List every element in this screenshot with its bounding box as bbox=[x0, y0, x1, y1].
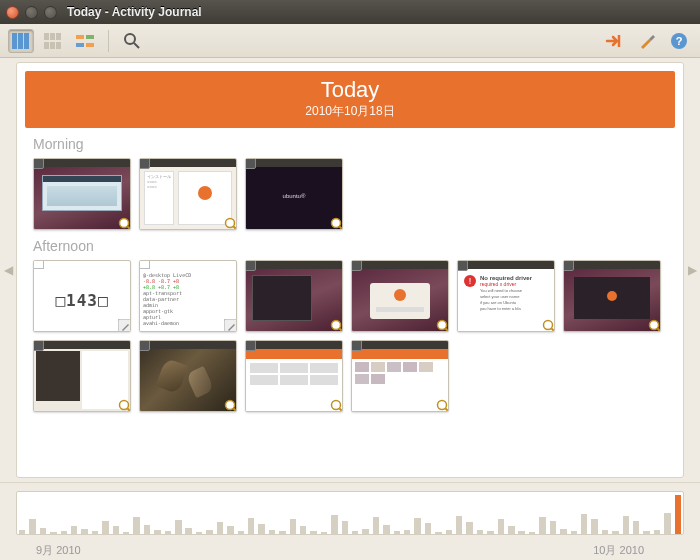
timeline-bar[interactable] bbox=[508, 526, 514, 534]
timeline-bar[interactable] bbox=[258, 524, 264, 535]
svg-line-33 bbox=[658, 329, 662, 333]
timeline-bar[interactable] bbox=[175, 520, 181, 534]
timeline-bar[interactable] bbox=[352, 531, 358, 534]
timeline-bar[interactable] bbox=[571, 531, 577, 534]
activity-thumbnail[interactable] bbox=[563, 260, 661, 332]
timeline-bar[interactable] bbox=[206, 530, 212, 534]
timeline-bar[interactable] bbox=[394, 531, 400, 534]
timeline-bar[interactable] bbox=[643, 531, 649, 534]
timeline-bar[interactable] bbox=[300, 526, 306, 534]
timeline-bar[interactable] bbox=[602, 530, 608, 534]
activity-thumbnail[interactable] bbox=[33, 158, 131, 230]
svg-line-35 bbox=[128, 409, 132, 413]
timeline-bar[interactable] bbox=[133, 517, 139, 534]
timeline-bar[interactable] bbox=[102, 521, 108, 534]
timeline-bar[interactable] bbox=[71, 526, 77, 534]
timeline-label-right: 10月 2010 bbox=[593, 543, 644, 558]
timeline-bar[interactable] bbox=[290, 519, 296, 534]
window-close-button[interactable] bbox=[6, 6, 19, 19]
timeline-bar[interactable] bbox=[675, 495, 681, 534]
window-minimize-button[interactable] bbox=[25, 6, 38, 19]
timeline-bar[interactable] bbox=[154, 530, 160, 534]
timeline-bar[interactable] bbox=[591, 519, 597, 534]
timeline-bar[interactable] bbox=[362, 529, 368, 534]
timeline-bar[interactable] bbox=[633, 521, 639, 534]
timeline-bar[interactable] bbox=[529, 532, 535, 534]
timeline-bar[interactable] bbox=[404, 530, 410, 534]
timeline-bar[interactable] bbox=[498, 519, 504, 534]
timeline-bar[interactable] bbox=[40, 528, 46, 534]
timeline-bar[interactable] bbox=[425, 523, 431, 534]
svg-rect-3 bbox=[44, 33, 49, 40]
goto-today-button[interactable] bbox=[602, 29, 628, 53]
window-maximize-button[interactable] bbox=[44, 6, 57, 19]
nav-next-button[interactable]: ▶ bbox=[684, 58, 700, 482]
timeline-bar[interactable] bbox=[217, 522, 223, 534]
timeline-bar[interactable] bbox=[144, 525, 150, 534]
activity-thumbnail[interactable]: □143□ bbox=[33, 260, 131, 332]
tag-icon bbox=[351, 340, 362, 351]
activity-thumbnail[interactable] bbox=[351, 340, 449, 412]
timeline-bar[interactable] bbox=[581, 514, 587, 534]
view-columns-button[interactable] bbox=[8, 29, 34, 53]
timeline-bar[interactable] bbox=[248, 518, 254, 534]
timeline-bar[interactable] bbox=[342, 521, 348, 534]
timeline-bar[interactable] bbox=[185, 528, 191, 534]
timeline-bar[interactable] bbox=[456, 516, 462, 534]
timeline-bar[interactable] bbox=[560, 529, 566, 534]
timeline-bar[interactable] bbox=[269, 530, 275, 534]
timeline-bar[interactable] bbox=[654, 530, 660, 534]
timeline-bar[interactable] bbox=[518, 531, 524, 534]
timeline-bar[interactable] bbox=[196, 532, 202, 534]
magnifier-icon bbox=[330, 399, 343, 412]
timeline-bar[interactable] bbox=[50, 532, 56, 534]
timeline-bar[interactable] bbox=[664, 513, 670, 534]
timeline-bar[interactable] bbox=[238, 531, 244, 534]
timeline-bar[interactable] bbox=[466, 522, 472, 534]
timeline-bar[interactable] bbox=[331, 515, 337, 534]
activity-thumbnail[interactable] bbox=[351, 260, 449, 332]
timeline-bar[interactable] bbox=[165, 531, 171, 534]
view-grid-button[interactable] bbox=[40, 29, 66, 53]
nav-prev-button[interactable]: ◀ bbox=[0, 58, 16, 482]
tools-icon bbox=[638, 32, 656, 50]
activity-thumbnail[interactable]: ubuntu® bbox=[245, 158, 343, 230]
preferences-button[interactable] bbox=[634, 29, 660, 53]
activity-thumbnail[interactable] bbox=[139, 340, 237, 412]
timeline-bar[interactable] bbox=[92, 531, 98, 534]
timeline-bar[interactable] bbox=[414, 518, 420, 534]
timeline-bar[interactable] bbox=[123, 532, 129, 534]
timeline-bar[interactable] bbox=[435, 532, 441, 534]
activity-thumbnail[interactable] bbox=[245, 340, 343, 412]
timeline-bar[interactable] bbox=[29, 519, 35, 534]
timeline-bar[interactable] bbox=[623, 516, 629, 534]
timeline-bar[interactable] bbox=[113, 526, 119, 534]
timeline-bar[interactable] bbox=[373, 517, 379, 534]
magnifier-icon bbox=[648, 319, 661, 332]
timeline-bar[interactable] bbox=[487, 531, 493, 534]
activity-thumbnail[interactable] bbox=[33, 340, 131, 412]
help-button[interactable]: ? bbox=[666, 29, 692, 53]
timeline-bar[interactable] bbox=[61, 531, 67, 534]
timeline-bar[interactable] bbox=[539, 517, 545, 534]
timeline-bar[interactable] bbox=[383, 525, 389, 534]
search-button[interactable] bbox=[119, 29, 145, 53]
timeline-histogram[interactable] bbox=[16, 491, 684, 535]
timeline-bar[interactable] bbox=[227, 526, 233, 534]
activity-thumbnail[interactable]: インストール○○○○○○○○ bbox=[139, 158, 237, 230]
activity-thumbnail[interactable] bbox=[245, 260, 343, 332]
timeline-bar[interactable] bbox=[81, 529, 87, 534]
magnifier-icon bbox=[330, 319, 343, 332]
timeline-bar[interactable] bbox=[612, 531, 618, 534]
timeline-bar[interactable] bbox=[477, 530, 483, 534]
svg-point-30 bbox=[544, 321, 553, 330]
view-timeline-button[interactable] bbox=[72, 29, 98, 53]
timeline-bar[interactable] bbox=[279, 531, 285, 534]
activity-thumbnail[interactable]: !No required driverrequired x driverYou … bbox=[457, 260, 555, 332]
timeline-bar[interactable] bbox=[19, 530, 25, 534]
timeline-bar[interactable] bbox=[550, 521, 556, 534]
timeline-bar[interactable] bbox=[310, 531, 316, 534]
timeline-bar[interactable] bbox=[446, 530, 452, 534]
activity-thumbnail[interactable]: @-desktop LiveCD -8.8 -8.7 +8 +8.8 +8.7 … bbox=[139, 260, 237, 332]
timeline-bar[interactable] bbox=[321, 532, 327, 534]
